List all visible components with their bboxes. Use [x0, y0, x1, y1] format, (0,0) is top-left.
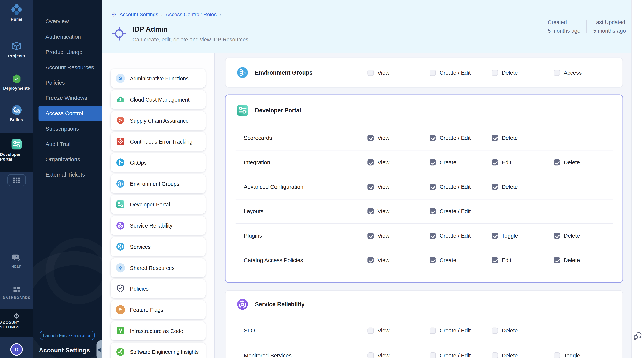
sidebar-item-overview[interactable]: Overview: [33, 14, 102, 29]
checkbox[interactable]: [430, 233, 436, 239]
checkbox[interactable]: [430, 327, 436, 333]
rail-item-home[interactable]: Home: [0, 4, 33, 22]
launch-first-generation-button[interactable]: Launch First Generation: [40, 331, 95, 340]
checkbox[interactable]: [368, 257, 374, 263]
permission-view[interactable]: View: [368, 327, 430, 333]
sidebar-item-authentication[interactable]: Authentication: [33, 29, 102, 44]
checkbox[interactable]: [492, 184, 498, 190]
permission-create-edit[interactable]: Create / Edit: [430, 208, 492, 214]
resource-card-developer-portal[interactable]: Developer Portal: [110, 195, 206, 214]
resource-card-shared-resources[interactable]: ❖ Shared Resources: [110, 258, 206, 277]
breadcrumb-access-control-roles[interactable]: Access Control: Roles: [166, 12, 216, 17]
permission-create-edit[interactable]: Create / Edit: [430, 184, 492, 190]
resource-card-supply-chain-assurance[interactable]: Supply Chain Assurance: [110, 111, 206, 130]
permission-create[interactable]: Create: [430, 159, 492, 165]
checkbox[interactable]: [554, 233, 560, 239]
sidebar-item-subscriptions[interactable]: Subscriptions: [33, 121, 102, 136]
permission-delete[interactable]: Delete: [492, 69, 554, 76]
rail-item-deployments[interactable]: ∞ Deployments: [0, 74, 33, 90]
permission-view[interactable]: View: [368, 257, 430, 263]
permission-delete[interactable]: Delete: [492, 184, 554, 190]
resource-card-cloud-cost-management[interactable]: $ Cloud Cost Management: [110, 90, 206, 109]
sidebar-item-account-resources[interactable]: Account Resources: [33, 60, 102, 75]
checkbox[interactable]: [368, 352, 374, 358]
resource-card-administrative-functions[interactable]: ⚙ Administrative Functions: [110, 69, 206, 88]
permission-delete[interactable]: Delete: [492, 327, 554, 333]
checkbox[interactable]: [430, 69, 436, 76]
permission-create-edit[interactable]: Create / Edit: [430, 327, 492, 333]
checkbox[interactable]: [492, 233, 498, 239]
checkbox[interactable]: [492, 159, 498, 165]
resource-card-feature-flags[interactable]: ⚑ Feature Flags: [110, 300, 206, 319]
resource-card-software-engineering-insights[interactable]: Software Engineering Insights: [110, 342, 206, 358]
permission-delete[interactable]: Delete: [492, 135, 554, 141]
sidebar-item-freeze-windows[interactable]: Freeze Windows: [33, 90, 102, 106]
checkbox[interactable]: [430, 159, 436, 165]
checkbox[interactable]: [430, 208, 436, 214]
sidebar-item-organizations[interactable]: Organizations: [33, 152, 102, 167]
permission-toggle[interactable]: Toggle: [492, 233, 554, 239]
checkbox[interactable]: [554, 352, 560, 358]
checkbox[interactable]: [368, 184, 374, 190]
permission-create-edit[interactable]: Create / Edit: [430, 135, 492, 141]
sidebar-collapse-button[interactable]: [96, 340, 102, 358]
checkbox[interactable]: [430, 135, 436, 141]
permission-view[interactable]: View: [368, 184, 430, 190]
checkbox[interactable]: [368, 159, 374, 165]
permission-view[interactable]: View: [368, 233, 430, 239]
rail-item-dashboards[interactable]: DASHBOARDS: [0, 285, 33, 300]
checkbox[interactable]: [492, 257, 498, 263]
sidebar-item-policies[interactable]: Policies: [33, 75, 102, 90]
rail-item-projects[interactable]: Projects: [0, 40, 33, 58]
permission-view[interactable]: View: [368, 159, 430, 165]
permission-create-edit[interactable]: Create / Edit: [430, 352, 492, 358]
module-picker-button[interactable]: [8, 174, 26, 186]
permission-access[interactable]: Access: [554, 69, 622, 76]
support-chat-icon[interactable]: [633, 331, 643, 341]
checkbox[interactable]: [430, 184, 436, 190]
permission-delete[interactable]: Delete: [554, 233, 622, 239]
permission-delete[interactable]: Delete: [554, 159, 622, 165]
checkbox[interactable]: [368, 327, 374, 333]
permission-create[interactable]: Create: [430, 257, 492, 263]
checkbox[interactable]: [430, 257, 436, 263]
sidebar-item-product-usage[interactable]: Product Usage: [33, 44, 102, 60]
resource-card-gitops[interactable]: GitOps: [110, 153, 206, 172]
sidebar-item-external-tickets[interactable]: External Tickets: [33, 167, 102, 182]
permission-create-edit[interactable]: Create / Edit: [430, 69, 492, 76]
checkbox[interactable]: [492, 135, 498, 141]
checkbox[interactable]: [368, 135, 374, 141]
resource-card-service-reliability[interactable]: Service Reliability: [110, 216, 206, 235]
permission-view[interactable]: View: [368, 135, 430, 141]
checkbox[interactable]: [554, 257, 560, 263]
resource-card-environment-groups[interactable]: Environment Groups: [110, 174, 206, 193]
resource-card-infrastructure-as-code[interactable]: Infrastructure as Code: [110, 321, 206, 340]
checkbox[interactable]: [492, 69, 498, 76]
resource-card-continuous-error-tracking[interactable]: Continuous Error Tracking: [110, 132, 206, 151]
permission-edit[interactable]: Edit: [492, 159, 554, 165]
checkbox[interactable]: [554, 159, 560, 165]
checkbox[interactable]: [554, 69, 560, 76]
checkbox[interactable]: [368, 208, 374, 214]
permission-toggle[interactable]: Toggle: [554, 352, 622, 358]
rail-item-developer-portal-selected[interactable]: DeveloperPortal: [0, 133, 33, 172]
permission-create-edit[interactable]: Create / Edit: [430, 233, 492, 239]
resource-card-services[interactable]: Services: [110, 237, 206, 256]
resource-card-policies[interactable]: Policies: [110, 279, 206, 298]
sidebar-item-access-control[interactable]: Access Control: [38, 106, 102, 121]
checkbox[interactable]: [368, 69, 374, 76]
permission-delete[interactable]: Delete: [492, 352, 554, 358]
checkbox[interactable]: [430, 352, 436, 358]
permission-view[interactable]: View: [368, 69, 430, 76]
checkbox[interactable]: [492, 327, 498, 333]
checkbox[interactable]: [368, 233, 374, 239]
permission-view[interactable]: View: [368, 208, 430, 214]
rail-item-account-settings-selected[interactable]: ⚙ ACCOUNTSETTINGS: [0, 309, 33, 337]
permission-edit[interactable]: Edit: [492, 257, 554, 263]
checkbox[interactable]: [492, 352, 498, 358]
breadcrumb-account-settings[interactable]: Account Settings: [120, 12, 158, 17]
rail-item-help[interactable]: ? HELP: [0, 254, 33, 269]
permission-delete[interactable]: Delete: [554, 257, 622, 263]
rail-item-builds[interactable]: Builds: [0, 105, 33, 122]
permission-view[interactable]: View: [368, 352, 430, 358]
